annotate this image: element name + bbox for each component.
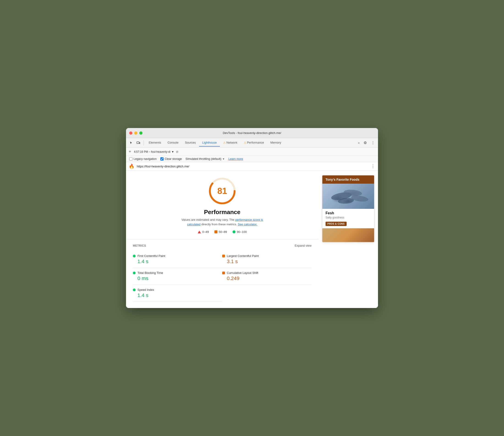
tab-lighthouse[interactable]: Lighthouse bbox=[199, 139, 220, 146]
more-tabs-button[interactable]: » bbox=[357, 140, 361, 145]
tab-performance[interactable]: ⚠Performance bbox=[240, 139, 267, 146]
preview-second-image bbox=[322, 228, 374, 242]
throttle-selector[interactable]: Simulated throttling (default) ▼ bbox=[186, 157, 225, 161]
cls-name: Cumulative Layout Shift bbox=[227, 271, 258, 274]
main-content: 81 Performance Values are estimated and … bbox=[126, 171, 378, 308]
si-name: Speed Index bbox=[137, 288, 154, 291]
lcp-name: Largest Contentful Paint bbox=[227, 254, 259, 258]
throttle-label: Simulated throttling (default) bbox=[186, 157, 221, 161]
url-more-icon[interactable]: ⋮ bbox=[371, 164, 375, 169]
score-legend: 0–49 50–89 90–100 bbox=[198, 230, 247, 234]
metrics-section: METRICS Expand view First Contentful Pai… bbox=[133, 239, 312, 302]
clear-storage-checkbox[interactable] bbox=[160, 157, 164, 161]
tab-list: Elements Console Sources Lighthouse ⚠Net… bbox=[146, 139, 356, 146]
add-session-button[interactable]: + bbox=[129, 149, 131, 154]
score-description: Values are estimated and may vary. The p… bbox=[176, 218, 268, 227]
tbt-value: 0 ms bbox=[133, 275, 222, 282]
maximize-button[interactable] bbox=[139, 131, 143, 135]
responsive-icon[interactable] bbox=[135, 140, 142, 146]
preview-card-header: Tony's Favorite Foods bbox=[322, 175, 374, 184]
metrics-grid: First Contentful Paint 1.4 s Largest Con… bbox=[133, 251, 312, 302]
preview-card-body: Fesh Salty goodness PROS & CONS bbox=[322, 209, 374, 228]
fcp-name: First Contentful Paint bbox=[137, 254, 165, 258]
score-ring: 81 bbox=[207, 176, 237, 206]
score-section: 81 Performance Values are estimated and … bbox=[133, 176, 312, 239]
score-number: 81 bbox=[217, 186, 227, 196]
url-bar: 🔥 https://foul-heavenly-direction.glitch… bbox=[126, 162, 378, 171]
session-dropdown-arrow: ▼ bbox=[171, 150, 174, 154]
tab-memory[interactable]: Memory bbox=[267, 139, 284, 146]
tab-elements[interactable]: Elements bbox=[146, 139, 164, 146]
poor-icon bbox=[198, 231, 201, 233]
lcp-value: 3.1 s bbox=[222, 259, 312, 264]
session-toolbar: + 4:57:16 PM – foul-heavenly-di ▼ ⊘ bbox=[126, 148, 378, 156]
score-desc-static: Values are estimated and may vary. The bbox=[182, 218, 234, 221]
cursor-icon[interactable] bbox=[128, 140, 134, 146]
metric-tbt: Total Blocking Time 0 ms bbox=[133, 268, 222, 285]
cls-indicator bbox=[222, 272, 225, 274]
close-button[interactable] bbox=[129, 131, 132, 135]
fcp-indicator bbox=[133, 255, 136, 257]
legacy-nav-group: Legacy navigation bbox=[129, 157, 157, 161]
metrics-header: METRICS Expand view bbox=[133, 244, 312, 247]
tab-console[interactable]: Console bbox=[164, 139, 182, 146]
svg-rect-0 bbox=[137, 142, 139, 144]
session-selector[interactable]: 4:57:16 PM – foul-heavenly-di ▼ bbox=[134, 150, 174, 154]
tab-sources[interactable]: Sources bbox=[182, 139, 199, 146]
minimize-button[interactable] bbox=[134, 131, 137, 135]
preview-card: Tony's Favorite Foods Fesh Salty goodnes… bbox=[322, 175, 374, 242]
legacy-nav-label: Legacy navigation bbox=[134, 157, 157, 161]
learn-more-link[interactable]: Learn more bbox=[229, 157, 243, 161]
poor-label: 0–49 bbox=[202, 230, 209, 234]
needs-improvement-label: 50–89 bbox=[219, 230, 227, 234]
devtools-window: DevTools - foul-heavenly-direction.glitc… bbox=[126, 128, 378, 308]
fcp-value: 1.4 s bbox=[133, 259, 222, 264]
options-bar: Legacy navigation Clear storage Simulate… bbox=[126, 156, 378, 162]
legacy-nav-checkbox[interactable] bbox=[129, 157, 132, 161]
legend-needs-improvement: 50–89 bbox=[214, 230, 227, 234]
clear-storage-group: Clear storage bbox=[160, 157, 182, 161]
preview-fish-image bbox=[322, 184, 374, 209]
right-panel: Tony's Favorite Foods Fesh Salty goodnes… bbox=[318, 171, 378, 308]
lcp-indicator bbox=[222, 255, 225, 257]
legend-poor: 0–49 bbox=[198, 230, 209, 234]
titlebar: DevTools - foul-heavenly-direction.glitc… bbox=[126, 128, 378, 138]
session-label: 4:57:16 PM – foul-heavenly-di bbox=[134, 150, 170, 154]
clear-storage-label: Clear storage bbox=[165, 157, 182, 161]
preview-item-subtitle: Salty goodness bbox=[326, 216, 371, 219]
calculator-link[interactable]: See calculator. bbox=[238, 223, 257, 226]
more-options-icon[interactable]: ⋮ bbox=[370, 140, 376, 146]
metric-lcp: Largest Contentful Paint 3.1 s bbox=[222, 251, 312, 268]
url-text: https://foul-heavenly-direction.glitch.m… bbox=[137, 165, 369, 168]
good-icon bbox=[232, 230, 236, 233]
tbt-name: Total Blocking Time bbox=[137, 271, 163, 274]
performance-warning-icon: ⚠ bbox=[244, 141, 246, 144]
settings-icon[interactable]: ⚙ bbox=[362, 140, 368, 146]
throttle-arrow-icon: ▼ bbox=[222, 158, 225, 160]
toolbar-right-actions: ⚙ ⋮ bbox=[362, 140, 376, 146]
window-title: DevTools - foul-heavenly-direction.glitc… bbox=[223, 131, 281, 135]
tab-network[interactable]: ⚠Network bbox=[220, 139, 240, 146]
metrics-label: METRICS bbox=[133, 244, 146, 247]
expand-view-button[interactable]: Expand view bbox=[295, 244, 312, 247]
preview-item-title: Fesh bbox=[326, 211, 371, 215]
metric-si: Speed Index 1.4 s bbox=[133, 285, 222, 302]
tbt-indicator bbox=[133, 272, 136, 274]
window-buttons bbox=[129, 131, 143, 135]
devtools-toolbar: Elements Console Sources Lighthouse ⚠Net… bbox=[126, 138, 378, 148]
score-title: Performance bbox=[204, 209, 240, 216]
svg-rect-1 bbox=[139, 142, 140, 144]
toolbar-divider bbox=[143, 140, 144, 145]
pros-cons-button[interactable]: PROS & CONS bbox=[326, 222, 347, 226]
network-warning-icon: ⚠ bbox=[223, 141, 226, 144]
good-label: 90–100 bbox=[237, 230, 247, 234]
cls-value: 0.249 bbox=[222, 275, 312, 282]
si-value: 1.4 s bbox=[133, 292, 222, 298]
needs-improvement-icon bbox=[214, 230, 217, 233]
block-icon[interactable]: ⊘ bbox=[176, 150, 178, 154]
metric-cls: Cumulative Layout Shift 0.249 bbox=[222, 268, 312, 285]
left-panel: 81 Performance Values are estimated and … bbox=[126, 171, 318, 308]
site-icon: 🔥 bbox=[129, 164, 135, 169]
score-desc-mid: directly from these metrics. bbox=[201, 223, 237, 226]
si-indicator bbox=[133, 289, 136, 291]
